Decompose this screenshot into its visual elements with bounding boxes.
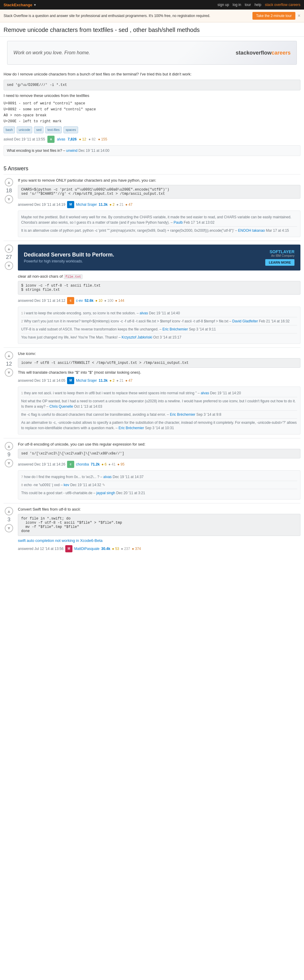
answer-5-code: for file in *.swift; do iconv -f utf-8 -… — [18, 514, 301, 536]
ad-servers-right: SOFTLAYER An IBM Company LEARN MORE — [265, 249, 294, 266]
answer-4: ▲ 9 ▼ For utf-8 encoding of unicode, you… — [3, 438, 301, 503]
answer-5-bronze: ● 374 — [132, 547, 141, 551]
help-link[interactable]: help — [255, 3, 261, 7]
answer-2-comment-1: 1 i want to keep the unicode encoding. s… — [21, 309, 297, 317]
question-text: How do I remove unicode characters from … — [3, 71, 301, 77]
top-nav-left: StackExchange ▼ — [3, 3, 36, 7]
question-silver-badge: ● 82 — [89, 137, 96, 142]
answer-5-link-text[interactable]: swift auto completion not working in Xco… — [18, 538, 103, 543]
answer-2-author-link[interactable]: c-ev — [76, 299, 83, 303]
answer-4-meta: answered Dec 19 '11 at 14:26 c choroba 7… — [18, 461, 301, 468]
tag-bash[interactable]: bash — [3, 126, 15, 133]
answer-1-comment-2-author[interactable]: ENOOH takanao — [238, 228, 265, 232]
question-meta: asked Dec 19 '11 at 13:55 a alvas 7,826 … — [3, 136, 301, 143]
question-comment-author[interactable]: unwind — [66, 148, 78, 153]
answer-4-comment-2-author[interactable]: kev — [64, 483, 70, 487]
answer-3-bronze: ● 47 — [125, 379, 132, 383]
answer-1-gold: ● 2 — [109, 202, 114, 207]
answer-1-avatar: M — [67, 201, 74, 208]
answer-4-code: sed 's/[\xc2\xc3\]\[\xc2\xa8\]\[\xe2\x80… — [18, 449, 301, 458]
ad-servers-content: Dedicated Servers Built to Perform. Powe… — [24, 252, 114, 263]
answer-1: ▲ 18 ▼ If you want to remove ONLY partic… — [3, 174, 301, 241]
answer-1-author-link[interactable]: Michal Srajer — [76, 202, 97, 207]
page-title: Remove unicode characters from textfiles… — [0, 22, 304, 37]
answer-1-downvote[interactable]: ▼ — [5, 195, 13, 204]
answer-4-comments: 7 how do I find the mapping from 0x... t… — [18, 470, 301, 500]
answer-1-vote: ▲ 18 ▼ — [3, 178, 14, 204]
answer-4-intro: For utf-8 encoding of unicode, you can u… — [18, 442, 301, 447]
answer-2-comment-2-author[interactable]: David Gladfelter — [232, 319, 258, 323]
answer-3-gold: ● 2 — [109, 379, 114, 383]
answer-2-comment-1-author[interactable]: alvas — [140, 311, 148, 315]
answer-4-comment-2-edit[interactable]: ✎ — [102, 483, 105, 487]
answer-3-downvote[interactable]: ▼ — [5, 368, 13, 377]
answer-1-upvote[interactable]: ▲ — [5, 178, 13, 186]
answer-3-comment-2-author[interactable]: Chris Quenelle — [49, 404, 73, 409]
answer-4-downvote[interactable]: ▼ — [5, 459, 13, 467]
answer-2-comment-4-author[interactable]: Krzysztof Jabłoński — [122, 335, 152, 339]
brand-logo[interactable]: StackExchange — [3, 3, 32, 7]
answer-1-silver: ● 21 — [116, 202, 124, 207]
notice-close-button[interactable]: × — [298, 13, 301, 19]
answer-5-silver: ● 237 — [121, 547, 130, 551]
answer-4-rep: 71.2k — [90, 462, 100, 466]
answer-2-comment-3-author[interactable]: Eric Bréchemier — [162, 327, 188, 331]
answer-4-comment-2: 8 echo -ne '\u0091' | xxd – kev Dec 19 '… — [21, 481, 297, 489]
chevron-down-icon[interactable]: ▼ — [33, 3, 36, 6]
answer-1-comment-1: Maybe not the prettiest. But it worked v… — [21, 213, 297, 226]
answer-2-vote: ▲ 27 ▼ — [3, 245, 14, 270]
answer-3-upvote[interactable]: ▲ — [5, 351, 13, 360]
tag-unicode[interactable]: unicode — [17, 126, 32, 133]
ad-servers[interactable]: Dedicated Servers Built to Perform. Powe… — [18, 245, 301, 270]
answer-3-comment-1-author[interactable]: alvas — [201, 391, 209, 395]
answer-4-bronze: ● 95 — [117, 462, 125, 466]
answer-2-score: 27 — [6, 254, 12, 260]
answer-5-meta: answered Jul 12 '14 at 13:56 M MattDiPas… — [18, 545, 301, 552]
answer-5-rep: 30.4k — [101, 547, 110, 551]
ad-banner-top[interactable]: Work on work you love. From home. stacko… — [7, 41, 297, 65]
answer-4-upvote[interactable]: ▲ — [5, 442, 13, 450]
answer-2: ▲ 27 ▼ Dedicated Servers Built to Perfor… — [3, 241, 301, 347]
unicode-item-1: U+0091 - sort of weird "control" space — [3, 101, 301, 106]
signup-link[interactable]: sign up — [218, 3, 229, 7]
answer-3-comment-2: Not what the OP wanted, but I had a need… — [21, 397, 297, 410]
answer-3-comment-4-author[interactable]: Eric Bréchemier — [119, 426, 144, 430]
login-link[interactable]: log in — [233, 3, 241, 7]
tag-text-files[interactable]: text-files — [45, 126, 62, 133]
ad-servers-btn[interactable]: LEARN MORE — [265, 259, 294, 266]
brand-exchange: Exchange — [14, 3, 32, 7]
tag-sed[interactable]: sed — [34, 126, 44, 133]
answer-5-gold: ● 53 — [112, 547, 119, 551]
answer-1-comment-1-date: Feb 17 '14 at 13:02 — [184, 220, 215, 224]
answer-3-meta: answered Dec 19 '11 at 14:05 M Michal Sr… — [18, 377, 301, 384]
answer-3-answered-label: answered Dec 19 '11 at 14:05 — [18, 379, 65, 383]
answer-5-downvote[interactable]: ▼ — [5, 524, 13, 532]
answer-5-link: swift auto completion not working in Xco… — [18, 538, 301, 543]
answer-3-comment-3-author[interactable]: Eric Bréchemier — [170, 412, 195, 417]
question-body: How do I remove unicode characters from … — [3, 69, 301, 162]
question-author-link[interactable]: alvas — [57, 137, 65, 142]
answer-5-answered-label: answered Jul 12 '14 at 13:56 — [18, 547, 63, 551]
answer-5-vote: ▲ 3 ▼ — [3, 507, 14, 532]
answer-4-author-link[interactable]: choroba — [76, 462, 89, 466]
answer-4-comment-3-author[interactable]: jaypal singh — [96, 491, 115, 495]
answer-1-comments: Maybe not the prettiest. But it worked v… — [18, 210, 301, 237]
answer-1-comment-1-author[interactable]: Paulb — [174, 220, 183, 224]
answer-3-comments: 1 they are not ascii. i want to keep the… — [18, 387, 301, 434]
question-comment-text: What encoding is your text files in? — [7, 148, 62, 153]
careers-link[interactable]: stack overflow careers — [265, 3, 301, 7]
answer-5-upvote[interactable]: ▲ — [5, 507, 13, 515]
tag-spaces[interactable]: spaces — [63, 126, 78, 133]
answer-2-downvote[interactable]: ▼ — [5, 262, 13, 270]
top-nav: StackExchange ▼ sign up log in tour help… — [0, 0, 304, 10]
brand-stack: Stack — [3, 3, 14, 7]
answer-3-rep: 11.3k — [99, 379, 108, 383]
answer-1-rep: 11.3k — [99, 202, 108, 207]
tour-button[interactable]: Take the 2-minute tour — [252, 12, 295, 20]
answer-5-author-link[interactable]: MattDiPasquale — [74, 547, 100, 551]
tour-link[interactable]: tour — [245, 3, 251, 7]
answer-3-author-link[interactable]: Michal Srajer — [76, 379, 97, 383]
answer-4-comment-1-author[interactable]: alvas — [103, 475, 112, 479]
answer-2-code: $ iconv -c -f utf-8 -t ascii file.txt $ … — [18, 281, 301, 295]
answer-2-upvote[interactable]: ▲ — [5, 245, 13, 253]
